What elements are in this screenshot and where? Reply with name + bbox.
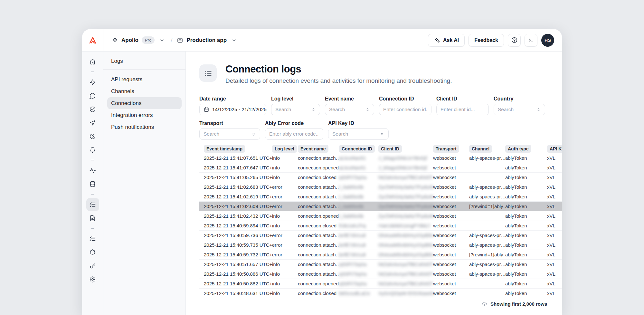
column-header-transport[interactable]: Transport	[433, 145, 459, 153]
sidebar-item-gear[interactable]	[86, 273, 99, 286]
cell-transport: websocket	[433, 233, 469, 238]
cell-auth-type: ablyToken	[505, 165, 547, 170]
cell-log-level: error	[272, 194, 298, 199]
cell-event-timestamp: 2025-12-21 15:41:02.432 UTC+01:…	[204, 213, 272, 219]
log-row[interactable]: 2025-12-21 15:41:02.683 UTC+01:…errorcon…	[199, 182, 562, 192]
cell-connection-id: qS0Pi7SqXa	[339, 271, 378, 277]
sidebar-item-list-checks[interactable]	[86, 198, 99, 211]
help-button[interactable]	[508, 34, 521, 47]
cell-event-timestamp: 2025-12-21 15:40:59.735 UTC+01:…	[204, 242, 272, 248]
sidebar-item-integration-errors[interactable]: Integration errors	[107, 109, 182, 121]
app-icon	[177, 37, 183, 43]
cell-transport: websocket	[433, 204, 469, 209]
log-row[interactable]: 2025-12-21 15:40:51.657 UTC+01:…infoconn…	[199, 259, 562, 269]
sidebar-divider	[103, 69, 185, 70]
sidebar-item-home[interactable]	[86, 55, 99, 68]
date-range-value: 14/12/2025 - 21/12/2025	[212, 107, 267, 112]
send-icon	[89, 119, 96, 126]
cell-client-id: J_b5agvOhbUxYBnGjf	[378, 155, 433, 161]
client-id-input-field[interactable]	[440, 107, 485, 112]
org-switcher-chevron-down-icon[interactable]	[158, 36, 166, 44]
database-icon	[89, 181, 96, 187]
event-name-select[interactable]: Search	[325, 104, 374, 115]
connection-id-input-field[interactable]	[383, 107, 427, 112]
app-name[interactable]: Production app	[186, 37, 227, 43]
log-row[interactable]: 2025-12-21 15:40:59.735 UTC+01:…errorcon…	[199, 240, 562, 250]
cell-auth-type: ablyToken	[505, 262, 547, 267]
cell-api-key-id: xVL	[547, 213, 562, 219]
cell-channel: ably-spaces-pr…	[469, 262, 505, 267]
cell-transport: websocket	[433, 223, 469, 228]
transport-select[interactable]: Search	[199, 128, 260, 140]
sidebar-item-database[interactable]	[86, 177, 99, 190]
log-row[interactable]: 2025-12-21 15:40:59.736 UTC+01:…errorcon…	[199, 230, 562, 240]
ably-logo[interactable]	[82, 29, 103, 51]
filter-label: Log level	[271, 96, 320, 102]
app-switcher-chevron-down-icon[interactable]	[230, 36, 238, 44]
filter-label: Transport	[199, 120, 260, 126]
sidebar-item-api-requests[interactable]: API requests	[107, 73, 182, 85]
sidebar-item-integrations[interactable]	[86, 130, 99, 143]
cell-client-id: h6ZahrAvnyaTfBCsRA5T	[378, 271, 433, 277]
log-row[interactable]: 2025-12-21 15:41:02.432 UTC+01:…infoconn…	[199, 211, 562, 221]
log-list-icon	[204, 69, 213, 78]
column-header-connection-id[interactable]: Connection ID	[339, 145, 375, 153]
org-name[interactable]: Apollo	[121, 37, 138, 43]
log-row[interactable]: 2025-12-21 15:41:07.647 UTC+01:…infoconn…	[199, 163, 562, 172]
column-header-auth-type[interactable]: Auth type	[505, 145, 531, 153]
terminal-button[interactable]	[525, 34, 537, 47]
cell-api-key-id: xVL	[547, 252, 562, 257]
sidebar-item-puzzle[interactable]	[86, 246, 99, 259]
sidebar-item-push-notifications[interactable]: Push notifications	[107, 121, 182, 133]
sidebar-item-send[interactable]	[86, 116, 99, 129]
cell-log-level: info	[272, 213, 298, 219]
log-row[interactable]: 2025-12-21 15:40:59.732 UTC+01:…errorcon…	[199, 250, 562, 259]
cell-connection-id: qS0Pi7SqXa	[339, 262, 378, 267]
log-row[interactable]: 2025-12-21 15:40:48.631 UTC+01:…infoconn…	[199, 288, 562, 298]
sidebar-item-connections[interactable]: Connections	[107, 97, 182, 109]
column-header-event-timestamp[interactable]: Event timestamp	[204, 145, 245, 153]
sidebar-item-circle-check[interactable]	[86, 103, 99, 116]
sidebar-item-label: Connections	[111, 100, 142, 107]
log-table: Event timestampLog levelEvent nameConnec…	[199, 144, 562, 307]
cell-auth-type: ablyToken	[505, 223, 547, 228]
ably-error-code-input-field[interactable]	[269, 131, 319, 137]
cell-log-level: error	[272, 204, 298, 209]
sidebar-item-list-checks[interactable]	[86, 232, 99, 245]
terminal-icon	[528, 37, 535, 43]
cell-event-name: connection.opened	[298, 281, 339, 286]
cell-log-level: info	[272, 291, 298, 296]
ask-ai-button[interactable]: Ask AI	[428, 34, 465, 47]
sidebar-item-key[interactable]	[86, 259, 99, 272]
cell-transport: websocket	[433, 175, 469, 180]
log-row[interactable]: 2025-12-21 15:41:02.619 UTC+01:…errorcon…	[199, 192, 562, 201]
cell-event-name: connection.attach…	[298, 155, 339, 161]
log-level-select[interactable]: Search	[271, 104, 320, 115]
log-row[interactable]: 2025-12-21 15:41:02.609 UTC+01:…errorcon…	[199, 201, 562, 211]
cell-api-key-id: xVL	[547, 262, 562, 267]
date-range-input[interactable]: 14/12/2025 - 21/12/2025	[199, 104, 266, 115]
sidebar-item-file-chart[interactable]	[86, 212, 99, 224]
feedback-button[interactable]: Feedback	[469, 34, 504, 47]
cell-transport: websocket	[433, 213, 469, 219]
column-header-event-name[interactable]: Event name	[298, 145, 328, 153]
api-key-id-select[interactable]: Search	[328, 128, 389, 140]
country-select[interactable]: Search	[494, 104, 545, 115]
avatar[interactable]: HS	[541, 34, 554, 47]
column-header-log-level[interactable]: Log level	[272, 145, 297, 153]
terminal-icon	[528, 37, 535, 43]
log-row[interactable]: 2025-12-21 15:41:05.265 UTC+01:…infoconn…	[199, 172, 562, 182]
sidebar-item-channels[interactable]: Channels	[107, 85, 182, 97]
column-header-api-key-id[interactable]: API Key ID	[547, 145, 562, 153]
sidebar-item-bell[interactable]	[86, 143, 99, 156]
column-header-channel[interactable]: Channel	[469, 145, 492, 153]
log-row[interactable]: 2025-12-21 15:40:50.886 UTC+01:…infoconn…	[199, 269, 562, 279]
log-row[interactable]: 2025-12-21 15:41:07.651 UTC+01:…infoconn…	[199, 153, 562, 163]
column-header-client-id[interactable]: Client ID	[378, 145, 402, 153]
log-row[interactable]: 2025-12-21 15:40:50.882 UTC+01:…infoconn…	[199, 279, 562, 288]
log-row[interactable]: 2025-12-21 15:40:59.894 UTC+01:…infoconn…	[199, 221, 562, 230]
sidebar-item-activity[interactable]	[86, 164, 99, 177]
sidebar-item-zap[interactable]	[86, 76, 99, 89]
app-icon	[177, 37, 183, 43]
sidebar-item-message[interactable]	[86, 89, 99, 102]
